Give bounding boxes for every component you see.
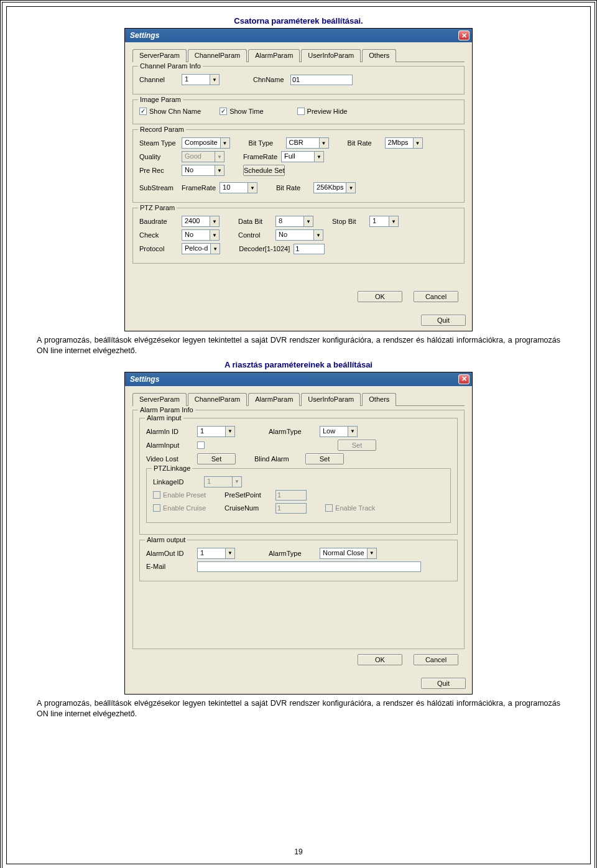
chevron-down-icon[interactable]: ▼ <box>346 183 355 193</box>
alarminput-checkbox[interactable] <box>197 441 205 449</box>
legend: PTZ Param <box>138 204 177 211</box>
tab-strip: ServerParam ChannelParam AlarmParam User… <box>132 48 465 62</box>
tab-serverparam[interactable]: ServerParam <box>132 49 187 62</box>
bit-rate-label: Bit Rate <box>348 139 381 147</box>
tab-others[interactable]: Others <box>362 393 396 406</box>
linkage-id-label: LinkageID <box>153 478 200 486</box>
record-param: Record Param Steam Type Composite▼ Bit T… <box>132 129 465 203</box>
control-select[interactable]: No▼ <box>275 229 323 241</box>
chevron-down-icon[interactable]: ▼ <box>314 152 323 162</box>
stopbit-select[interactable]: 1▼ <box>369 216 399 227</box>
ok-button[interactable]: OK <box>358 654 402 665</box>
chevron-down-icon: ▼ <box>232 477 241 487</box>
tab-alarmparam[interactable]: AlarmParam <box>248 49 300 62</box>
chevron-down-icon[interactable]: ▼ <box>210 216 219 226</box>
pre-rec-label: Pre Rec <box>139 167 178 174</box>
alarmtype-out-select[interactable]: Normal Close▼ <box>320 548 377 559</box>
close-icon[interactable]: ✕ <box>458 30 470 40</box>
control-label: Control <box>238 231 272 239</box>
linkage-id-select: 1▼ <box>204 476 242 487</box>
bit-type-label: Bit Type <box>249 139 282 147</box>
alarmin-id-label: AlarmIn ID <box>146 428 193 435</box>
image-param: Image Param ✓Show Chn Name ✓Show Time Pr… <box>132 99 465 124</box>
pre-rec-select[interactable]: No▼ <box>182 165 224 176</box>
ptz-linkage: PTZLinkage LinkageID 1▼ Enable Preset Pr… <box>146 468 451 523</box>
sub-bitrate-label: Bit Rate <box>276 184 310 192</box>
show-time-checkbox[interactable]: ✓Show Time <box>220 108 263 115</box>
baudrate-select[interactable]: 2400▼ <box>182 216 220 227</box>
tab-channelparam[interactable]: ChannelParam <box>188 49 247 62</box>
chevron-down-icon[interactable]: ▼ <box>210 75 219 85</box>
sub-bitrate-select[interactable]: 256Kbps▼ <box>313 182 356 193</box>
channel-param-info: Channel Param Info Channel 1▼ ChnName <box>132 66 465 95</box>
quality-select: Good▼ <box>182 151 224 162</box>
chevron-down-icon[interactable]: ▼ <box>389 216 398 226</box>
show-chn-name-checkbox[interactable]: ✓Show Chn Name <box>139 108 201 115</box>
legend: Image Param <box>138 96 183 103</box>
chevron-down-icon[interactable]: ▼ <box>367 548 376 558</box>
cruisenum-input <box>275 503 307 514</box>
tab-alarmparam[interactable]: AlarmParam <box>248 393 300 406</box>
alarmtype-select[interactable]: Low▼ <box>320 426 358 437</box>
chevron-down-icon[interactable]: ▼ <box>210 244 220 254</box>
chevron-down-icon[interactable]: ▼ <box>210 230 219 240</box>
chevron-down-icon[interactable]: ▼ <box>248 183 257 193</box>
video-lost-set-button[interactable]: Set <box>197 453 236 464</box>
protocol-label: Protocol <box>139 245 178 252</box>
alarmout-id-select[interactable]: 1▼ <box>197 548 235 559</box>
cancel-button[interactable]: Cancel <box>414 291 458 302</box>
section-title-2: A riasztás paramétereinek a beállításai <box>37 360 560 369</box>
page-frame: Csatorna paraméterek beállításai. Settin… <box>0 0 597 868</box>
schedule-set-button[interactable]: Schedule Set <box>243 165 285 176</box>
tab-others[interactable]: Others <box>362 49 396 62</box>
steam-type-select[interactable]: Composite▼ <box>182 137 230 149</box>
chevron-down-icon[interactable]: ▼ <box>303 216 313 226</box>
tab-strip: ServerParam ChannelParam AlarmParam User… <box>132 392 465 406</box>
window-title: Settings <box>127 375 458 384</box>
blind-alarm-set-button[interactable]: Set <box>305 453 344 464</box>
tab-channelparam[interactable]: ChannelParam <box>188 393 247 406</box>
legend: Alarm input <box>145 414 183 422</box>
preview-hide-checkbox[interactable]: Preview Hide <box>297 108 348 115</box>
tab-serverparam[interactable]: ServerParam <box>132 393 187 406</box>
chevron-down-icon[interactable]: ▼ <box>319 138 328 148</box>
alarm-input: Alarm input AlarmIn ID 1▼ AlarmType Low▼… <box>139 418 458 535</box>
chevron-down-icon[interactable]: ▼ <box>225 427 234 436</box>
chevron-down-icon[interactable]: ▼ <box>413 138 422 148</box>
chevron-down-icon[interactable]: ▼ <box>215 165 224 175</box>
cruisenum-label: CruiseNum <box>224 504 272 512</box>
databit-select[interactable]: 8▼ <box>275 216 313 227</box>
enable-preset-checkbox: Enable Preset <box>153 491 206 499</box>
sub-framerate-select[interactable]: 10▼ <box>220 182 257 193</box>
bit-type-select[interactable]: CBR▼ <box>286 137 329 149</box>
tab-userinfoparam[interactable]: UserInfoParam <box>301 393 361 406</box>
titlebar: Settings ✕ <box>125 372 472 386</box>
bit-rate-select[interactable]: 2Mbps▼ <box>385 137 423 149</box>
alarmout-id-label: AlarmOut ID <box>146 550 193 557</box>
protocol-select[interactable]: Pelco-d▼ <box>182 243 220 254</box>
close-icon[interactable]: ✕ <box>458 374 470 384</box>
alarmin-id-select[interactable]: 1▼ <box>197 426 235 437</box>
chevron-down-icon[interactable]: ▼ <box>220 138 229 148</box>
decoder-input[interactable] <box>294 244 325 254</box>
framerate-select[interactable]: Full▼ <box>281 151 324 162</box>
ok-button[interactable]: OK <box>358 291 402 302</box>
channel-select[interactable]: 1▼ <box>182 74 220 85</box>
tab-userinfoparam[interactable]: UserInfoParam <box>301 49 361 62</box>
presetpoint-input <box>275 490 307 501</box>
chevron-down-icon[interactable]: ▼ <box>348 427 357 436</box>
email-input[interactable] <box>197 561 421 572</box>
chevron-down-icon: ▼ <box>215 152 224 162</box>
chevron-down-icon[interactable]: ▼ <box>225 548 234 558</box>
chnname-input[interactable] <box>290 75 353 85</box>
window-title: Settings <box>127 31 458 40</box>
quit-button[interactable]: Quit <box>421 678 466 689</box>
alarminput-label: AlarmInput <box>146 441 193 449</box>
chevron-down-icon[interactable]: ▼ <box>313 230 323 240</box>
stopbit-label: Stop Bit <box>332 218 366 225</box>
legend: Alarm output <box>145 536 187 543</box>
quit-button[interactable]: Quit <box>421 315 466 326</box>
alarm-output: Alarm output AlarmOut ID 1▼ AlarmType No… <box>139 540 458 581</box>
check-select[interactable]: No▼ <box>182 229 220 241</box>
cancel-button[interactable]: Cancel <box>414 654 458 665</box>
